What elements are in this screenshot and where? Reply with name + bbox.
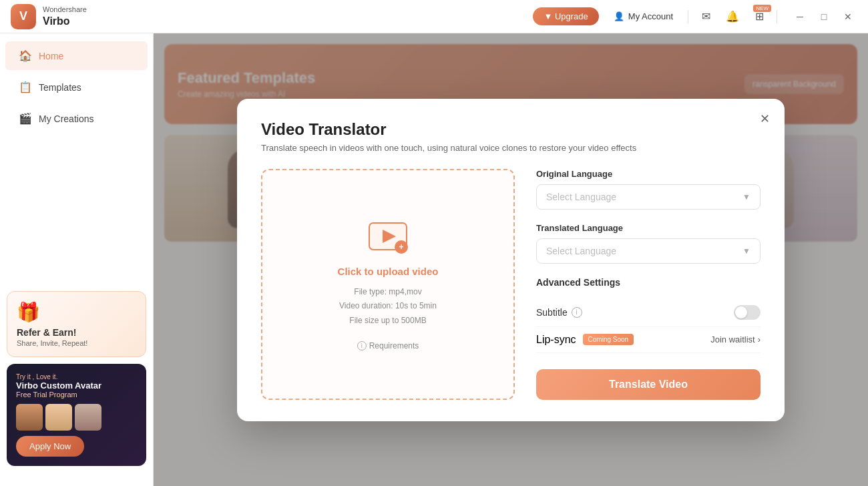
grid-icon-wrapper: ⊞ NEW	[750, 7, 769, 26]
upload-click-text: Click to upload video	[338, 266, 439, 277]
upgrade-button[interactable]: ▼ Upgrade	[533, 7, 598, 25]
app-logo-text: Wondershare Virbo	[43, 5, 87, 27]
promo-thumb-2	[45, 404, 72, 431]
modal-close-button[interactable]: ✕	[755, 109, 774, 128]
app-logo: V Wondershare Virbo	[11, 4, 87, 29]
promo-avatar-title: Virbo Custom Avatar	[16, 381, 137, 391]
divider	[688, 10, 688, 23]
restore-button[interactable]: □	[815, 7, 833, 26]
advanced-settings-label: Advanced Settings	[536, 277, 761, 288]
templates-icon: 📋	[19, 81, 32, 93]
promo-free-text: Free Trial Program	[16, 391, 137, 399]
home-icon: 🏠	[19, 49, 32, 62]
sidebar-item-home[interactable]: 🏠 Home	[5, 41, 148, 70]
app-logo-icon: V	[11, 4, 36, 29]
apply-now-button[interactable]: Apply Now	[16, 436, 84, 457]
sidebar-item-my-creations[interactable]: 🎬 My Creations	[5, 104, 148, 133]
promo-refer-sub: Share, Invite, Repeat!	[17, 339, 136, 347]
divider2	[777, 10, 777, 23]
window-controls: ─ □ ✕	[791, 7, 857, 26]
chevron-down-icon-2: ▼	[742, 246, 750, 256]
settings-panel: Original Language Select Language ▼ Tran…	[536, 169, 761, 400]
app-logo-name: Wondershare	[43, 5, 87, 14]
requirements-link[interactable]: i Requirements	[357, 341, 419, 350]
promo-try-text: Try it , Love it.	[16, 373, 137, 381]
translate-video-button[interactable]: Translate Video	[536, 369, 761, 400]
creations-icon: 🎬	[19, 112, 32, 125]
upload-area[interactable]: + Click to upload video File type: mp4,m…	[261, 169, 515, 400]
info-circle-icon: i	[357, 341, 367, 350]
promo-card-refer[interactable]: 🎁 Refer & Earn! Share, Invite, Repeat!	[7, 291, 146, 357]
video-translator-modal: ✕ Video Translator Translate speech in v…	[237, 99, 785, 421]
sidebar: 🏠 Home 📋 Templates 🎬 My Creations 🎁 Refe…	[0, 33, 154, 486]
minimize-button[interactable]: ─	[791, 7, 809, 26]
title-bar: V Wondershare Virbo ▼ Upgrade 👤 My Accou…	[0, 0, 868, 33]
lipsync-label-group: Lip-sync Coming Soon	[536, 334, 634, 346]
translated-lang-select[interactable]: Select Language ▼	[536, 238, 761, 264]
subtitle-info-icon[interactable]: i	[572, 307, 582, 318]
promo-card-avatar[interactable]: Try it , Love it. Virbo Custom Avatar Fr…	[7, 364, 146, 466]
join-waitlist-button[interactable]: Join waitlist ›	[710, 334, 761, 344]
promo-area: 🎁 Refer & Earn! Share, Invite, Repeat! T…	[0, 284, 153, 479]
sidebar-item-templates[interactable]: 📋 Templates	[5, 73, 148, 101]
promo-thumbnails	[16, 404, 137, 431]
original-lang-select[interactable]: Select Language ▼	[536, 184, 761, 210]
app-logo-product: Virbo	[43, 15, 87, 27]
my-account-button[interactable]: 👤 My Account	[607, 9, 680, 24]
promo-refer-title: Refer & Earn!	[17, 327, 136, 338]
mail-icon[interactable]: ✉	[696, 7, 715, 26]
modal-overlay: ✕ Video Translator Translate speech in v…	[154, 33, 868, 486]
chevron-down-icon: ▼	[742, 192, 750, 202]
upload-info: File type: mp4,mov Video duration: 10s t…	[339, 285, 437, 328]
content-area: Featured Templates Create amazing videos…	[154, 33, 868, 486]
modal-title: Video Translator	[261, 120, 761, 139]
promo-thumb-1	[16, 404, 43, 431]
bell-icon[interactable]: 🔔	[723, 7, 742, 26]
coming-soon-badge: Coming Soon	[583, 334, 634, 345]
translated-lang-label: Translated Language	[536, 223, 761, 233]
mail-icon-wrapper: ✉	[696, 7, 715, 26]
new-badge: NEW	[753, 5, 771, 12]
subtitle-row: Subtitle i	[536, 298, 761, 327]
promo-thumb-3	[75, 404, 101, 431]
title-bar-right: ▼ Upgrade 👤 My Account ✉ 🔔 ⊞ NEW ─ □ ✕	[533, 7, 857, 26]
modal-subtitle: Translate speech in videos with one touc…	[261, 143, 761, 153]
subtitle-toggle[interactable]	[734, 305, 761, 320]
close-button[interactable]: ✕	[839, 7, 857, 26]
main-layout: 🏠 Home 📋 Templates 🎬 My Creations 🎁 Refe…	[0, 33, 868, 486]
modal-body: + Click to upload video File type: mp4,m…	[261, 169, 761, 400]
promo-refer-icon: 🎁	[17, 301, 136, 323]
original-lang-label: Original Language	[536, 169, 761, 179]
person-icon: 👤	[614, 11, 624, 21]
upload-video-icon: +	[367, 218, 409, 255]
lipsync-row: Lip-sync Coming Soon Join waitlist ›	[536, 327, 761, 353]
subtitle-label-group: Subtitle i	[536, 307, 582, 318]
svg-text:+: +	[399, 242, 403, 252]
